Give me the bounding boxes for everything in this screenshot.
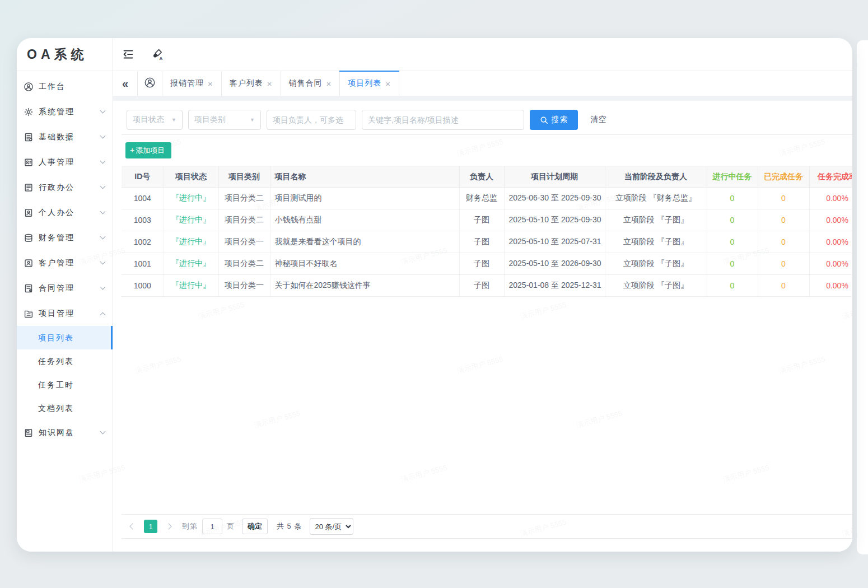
sidebar-item[interactable]: 财务管理 [17,225,113,250]
tab-list: 报销管理×客户列表×销售合同×项目列表× [162,71,399,96]
tab-close-icon[interactable]: × [326,80,332,88]
tab-label: 客户列表 [230,78,263,88]
cell-id: 1000 [122,275,164,297]
add-project-button[interactable]: + 添加项目 [125,142,171,158]
chevron-left-icon [129,523,136,529]
sidebar-item[interactable]: 客户管理 [17,250,113,276]
caret-down-icon: ▼ [171,117,176,123]
filter-bar: 项目状态 ▼ 项目类别 ▼ 搜索 清空 [122,101,852,135]
project-icon [24,309,34,319]
cell-owner: 子图 [459,231,504,253]
page-unit-label: 页 [227,521,234,531]
sidebar-item[interactable]: 合同管理 [17,276,113,301]
chevron-down-icon [100,184,106,189]
cell-completed: 0 [758,188,809,209]
page-number-button[interactable]: 1 [144,520,157,533]
cell-status: 『进行中』 [164,209,218,231]
page-size-select[interactable]: 20 条/页 [310,518,353,535]
sidebar-item[interactable]: 个人办公 [17,200,113,225]
total-count-label: 共 5 条 [277,521,302,531]
sidebar-item-label: 工作台 [39,82,105,92]
table-row: 1000『进行中』项目分类一关于如何在2025赚钱这件事子图2025-01-08… [122,275,852,297]
keyword-filter-input[interactable] [362,110,524,130]
tab[interactable]: 报销管理× [162,71,222,96]
cell-owner: 财务总监 [459,188,504,209]
cell-completed: 0 [758,209,809,231]
owner-filter-input[interactable] [267,110,356,130]
search-button[interactable]: 搜索 [530,110,578,130]
sidebar-item-label: 客户管理 [39,258,101,268]
tab[interactable]: 销售合同× [281,71,340,96]
content-panel: 项目状态 ▼ 项目类别 ▼ 搜索 清空 [113,101,852,552]
sidebar-item-label: 知识网盘 [39,428,101,438]
home-tab-button[interactable] [138,71,162,96]
chevron-down-icon [100,429,106,435]
sidebar-item[interactable]: 基础数据 [17,124,113,150]
sidebar-subitem[interactable]: 任务列表 [17,349,113,373]
sidebar-item[interactable]: 人事管理 [17,150,113,175]
next-page-button[interactable] [164,520,173,533]
cell-name: 小钱钱有点甜 [270,209,459,231]
cell-ongoing: 0 [707,188,758,209]
cell-ongoing: 0 [707,231,758,253]
chevron-down-icon [100,108,106,114]
chevron-down-icon [100,234,106,240]
sidebar-item-label: 合同管理 [39,283,101,293]
main-area: A « 报销管理×客户列表×销售合同 [113,38,852,552]
cell-rate: 0.00% [809,209,852,231]
double-chevron-left-icon: « [122,77,128,90]
chevron-right-icon [165,523,171,529]
sidebar-item[interactable]: 知识网盘 [17,420,113,445]
status-filter-select[interactable]: 项目状态 ▼ [127,110,183,130]
column-header: 已完成任务 [758,166,809,188]
add-project-label: 添加项目 [136,146,165,156]
cell-stage: 立项阶段 『子图』 [605,253,707,275]
format-brush-icon[interactable]: A [151,48,164,60]
goto-page-input[interactable] [202,519,222,534]
cell-name: 项目测试用的 [270,188,459,209]
cell-stage: 立项阶段 『财务总监』 [605,188,707,209]
admin-icon [24,183,34,193]
cell-rate: 0.00% [809,188,852,209]
sidebar-item[interactable]: 系统管理 [17,99,113,124]
cell-id: 1004 [122,188,164,209]
background-panel-edge [857,40,868,554]
confirm-page-button[interactable]: 确定 [242,519,268,534]
app-window: OA系统 工作台系统管理基础数据人事管理行政办公个人办公财务管理客户管理合同管理… [17,38,852,552]
sidebar-menu: 工作台系统管理基础数据人事管理行政办公个人办公财务管理客户管理合同管理项目管理项… [17,71,113,552]
sidebar-item[interactable]: 行政办公 [17,175,113,200]
cell-period: 2025-05-10 至 2025-07-31 [504,231,605,253]
pagination-bar: 1 到第 页 确定 共 5 条 20 条/页 [122,514,852,539]
prev-page-button[interactable] [128,520,137,533]
table-row: 1003『进行中』项目分类二小钱钱有点甜子图2025-05-10 至 2025-… [122,209,852,231]
sidebar-item[interactable]: 项目管理 [17,301,113,326]
clear-button[interactable]: 清空 [590,115,607,125]
fold-sidebar-icon[interactable] [122,48,134,60]
collapse-tabs-button[interactable]: « [113,71,138,96]
tab[interactable]: 项目列表× [340,71,399,96]
tab-close-icon[interactable]: × [208,80,213,88]
category-filter-select[interactable]: 项目类别 ▼ [188,110,261,130]
column-header: 当前阶段及负责人 [605,166,707,188]
cell-ongoing: 0 [707,209,758,231]
sidebar-subitem[interactable]: 任务工时 [17,373,113,396]
tab[interactable]: 客户列表× [222,71,281,96]
personal-icon [24,208,34,218]
sidebar-item[interactable]: 工作台 [17,74,113,99]
tab-close-icon[interactable]: × [267,80,273,88]
tab-close-icon[interactable]: × [385,80,391,88]
cell-period: 2025-05-10 至 2025-09-30 [504,209,605,231]
sidebar-item-label: 财务管理 [39,233,101,243]
cell-name: 我就是来看看这个项目的 [270,231,459,253]
sidebar-subitem[interactable]: 项目列表 [17,326,113,349]
goto-page-label: 到第 [182,521,198,531]
cell-stage: 立项阶段 『子图』 [605,275,707,297]
sidebar-subitem[interactable]: 文档列表 [17,396,113,420]
chevron-down-icon [100,158,106,164]
cell-completed: 0 [758,275,809,297]
cell-rate: 0.00% [809,275,852,297]
cell-id: 1003 [122,209,164,231]
sidebar-item-label: 项目管理 [39,309,101,319]
column-header: 进行中任务 [707,166,758,188]
cell-status: 『进行中』 [164,275,218,297]
